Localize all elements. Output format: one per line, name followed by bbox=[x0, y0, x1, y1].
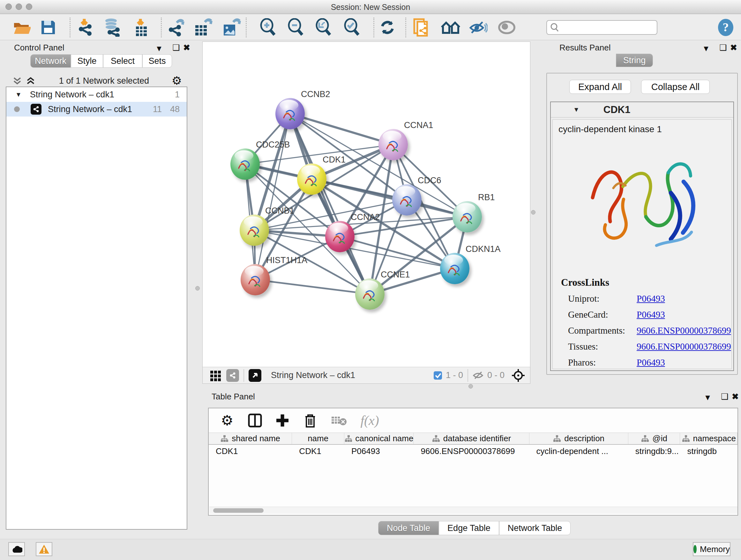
expand-all-button[interactable]: Expand All bbox=[569, 80, 631, 94]
crosslink-link[interactable]: 9606.ENSP00000378699 bbox=[636, 325, 731, 336]
memory-button[interactable]: Memory bbox=[693, 542, 731, 556]
table-cell[interactable]: CDK1 bbox=[292, 445, 344, 457]
import-network-file-icon[interactable] bbox=[77, 18, 94, 37]
table-cell[interactable]: 9606.ENSP00000378699 bbox=[414, 445, 529, 457]
results-panel-maximize-button[interactable]: ❑ bbox=[719, 43, 727, 53]
column-header-canonical-name[interactable]: canonical name bbox=[344, 433, 414, 444]
node-ccnb2[interactable] bbox=[275, 98, 305, 129]
network-share-icon[interactable] bbox=[226, 369, 239, 382]
tab-style[interactable]: Style bbox=[71, 54, 103, 68]
table-panel-maximize-button[interactable]: ❑ bbox=[721, 392, 728, 401]
column-header-name[interactable]: name bbox=[292, 433, 344, 444]
zoom-selected-icon[interactable] bbox=[343, 18, 361, 37]
tab-network-table[interactable]: Network Table bbox=[499, 521, 571, 535]
node-cdk1[interactable] bbox=[297, 164, 327, 195]
warning-status-button[interactable] bbox=[36, 542, 52, 556]
results-panel-float-button[interactable]: ▾ bbox=[704, 44, 708, 53]
selected-checkbox-icon[interactable] bbox=[433, 371, 443, 380]
hide-panel-eye-icon[interactable] bbox=[469, 18, 488, 37]
network-collection-row[interactable]: ▼ String Network – cdk1 1 bbox=[6, 87, 187, 102]
tab-node-table[interactable]: Node Table bbox=[378, 521, 439, 535]
zoom-in-icon[interactable] bbox=[259, 18, 277, 37]
table-cell[interactable]: cyclin-dependent ... bbox=[529, 445, 628, 457]
help-icon[interactable]: ? bbox=[718, 18, 734, 37]
node-ccna1[interactable] bbox=[379, 129, 408, 160]
create-column-plus-icon[interactable] bbox=[275, 413, 289, 428]
edge-CCNB2-CCNA1[interactable] bbox=[290, 114, 393, 145]
column-header-namespace[interactable]: namespace bbox=[680, 433, 738, 444]
tab-network[interactable]: Network bbox=[30, 54, 71, 68]
results-panel-close-icon[interactable]: ✖ bbox=[730, 43, 737, 53]
tab-string[interactable]: String bbox=[616, 54, 653, 67]
node-ccne1[interactable] bbox=[355, 278, 385, 310]
birdseye-view-icon[interactable] bbox=[249, 369, 261, 382]
column-header-shared-name[interactable]: shared name bbox=[209, 433, 292, 444]
crosslink-link[interactable]: P06493 bbox=[636, 294, 665, 304]
export-image-icon[interactable] bbox=[222, 18, 241, 37]
table-cell[interactable]: stringdb bbox=[680, 445, 738, 457]
node-ccnb1[interactable] bbox=[240, 214, 269, 246]
tab-select[interactable]: Select bbox=[103, 54, 142, 68]
crosslink-link[interactable]: 9606.ENSP00000378699 bbox=[636, 341, 731, 352]
hidden-eye-slash-icon[interactable] bbox=[473, 371, 484, 380]
table-horizontal-scrollbar[interactable] bbox=[209, 507, 738, 514]
delete-column-trash-icon[interactable] bbox=[304, 413, 317, 428]
tab-edge-table[interactable]: Edge Table bbox=[439, 521, 499, 535]
refresh-icon[interactable] bbox=[379, 18, 396, 37]
import-network-database-icon[interactable] bbox=[103, 18, 121, 37]
tab-sets[interactable]: Sets bbox=[142, 54, 172, 68]
collection-expand-arrow-icon[interactable]: ▼ bbox=[15, 91, 22, 98]
edge-HIST1H1A-CCNE1[interactable] bbox=[255, 280, 370, 294]
expand-all-icon[interactable] bbox=[25, 75, 37, 86]
network-options-gear-icon[interactable]: ⚙ bbox=[172, 75, 182, 86]
collapse-all-button[interactable]: Collapse All bbox=[641, 80, 710, 94]
node-cdc6[interactable] bbox=[392, 184, 421, 215]
column-header-description[interactable]: description bbox=[529, 433, 628, 444]
search-input[interactable] bbox=[559, 23, 652, 32]
right-splitter-handle[interactable] bbox=[531, 210, 536, 214]
show-panel-eye-icon[interactable] bbox=[498, 18, 516, 37]
network-canvas[interactable]: CCNB2CCNA1CDC25BCDK1CDC6RB1CCNB1CCNA2CDK… bbox=[203, 42, 531, 367]
node-rb1[interactable] bbox=[453, 201, 482, 233]
zoom-fit-icon[interactable] bbox=[315, 18, 333, 37]
table-options-gear-icon[interactable]: ⚙ bbox=[221, 414, 233, 428]
grid-view-icon[interactable] bbox=[210, 369, 222, 381]
import-table-file-icon[interactable] bbox=[133, 18, 150, 37]
column-header--id[interactable]: @id bbox=[628, 433, 680, 444]
crosslink-link[interactable]: P06493 bbox=[636, 309, 665, 320]
control-panel-float-button[interactable]: ▾ bbox=[157, 44, 161, 53]
search-field[interactable] bbox=[546, 20, 657, 35]
show-columns-icon[interactable] bbox=[248, 413, 262, 428]
zoom-out-icon[interactable] bbox=[287, 18, 305, 37]
table-panel-close-icon[interactable]: ✖ bbox=[732, 392, 739, 401]
left-splitter-handle[interactable] bbox=[195, 286, 200, 291]
table-cell[interactable]: CDK1 bbox=[209, 445, 292, 457]
save-session-icon[interactable] bbox=[40, 18, 56, 37]
table-row[interactable]: CDK1CDK1P064939606.ENSP00000378699cyclin… bbox=[209, 445, 738, 457]
section-collapse-arrow-icon[interactable]: ▼ bbox=[573, 106, 580, 113]
control-panel-close-icon[interactable]: ✖ bbox=[183, 43, 190, 53]
collapse-all-icon[interactable] bbox=[11, 75, 23, 86]
center-view-crosshair-icon[interactable] bbox=[511, 368, 526, 383]
node-ccna2[interactable] bbox=[325, 221, 354, 252]
scrollbar-thumb[interactable] bbox=[213, 508, 264, 513]
edge-CCNB2-HIST1H1A[interactable] bbox=[255, 114, 290, 280]
crosslink-link[interactable]: P06493 bbox=[636, 357, 665, 368]
table-cell[interactable]: stringdb:9... bbox=[628, 445, 680, 457]
string-home-icon[interactable] bbox=[441, 18, 461, 37]
string-import-icon[interactable] bbox=[413, 18, 430, 37]
node-cdc25b[interactable] bbox=[230, 148, 260, 180]
network-row-selected[interactable]: String Network – cdk1 11 48 bbox=[6, 102, 187, 117]
table-panel-float-button[interactable]: ▾ bbox=[705, 392, 710, 402]
export-table-icon[interactable] bbox=[194, 18, 212, 37]
node-hist1h1a[interactable] bbox=[241, 264, 270, 295]
table-cell[interactable]: P06493 bbox=[344, 445, 414, 457]
control-panel-maximize-button[interactable]: ❑ bbox=[172, 43, 180, 53]
cloud-status-button[interactable] bbox=[8, 542, 25, 556]
export-network-icon[interactable] bbox=[167, 18, 185, 37]
column-header-database-identifier[interactable]: database identifier bbox=[414, 433, 529, 444]
edge-CDK1-RB1[interactable] bbox=[312, 179, 467, 217]
open-session-icon[interactable] bbox=[13, 18, 30, 37]
node-cdkn1a[interactable] bbox=[440, 253, 469, 284]
node-result-header[interactable]: ▼ CDK1 bbox=[551, 102, 733, 118]
